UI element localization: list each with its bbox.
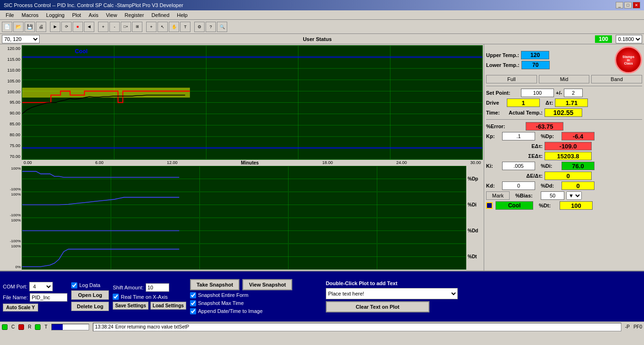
- toolbar-config[interactable]: ⚙: [194, 22, 205, 32]
- maximize-button[interactable]: □: [624, 2, 632, 8]
- chart-dd[interactable]: [22, 218, 466, 244]
- upper-temp-input[interactable]: [521, 51, 549, 59]
- x-axis-labels-top: 0.006.0012.00 Minutes 18.0024.0030.00: [22, 160, 483, 166]
- led-t: [35, 324, 41, 330]
- chart-di[interactable]: [22, 192, 466, 218]
- toolbar-zoom-out[interactable]: -: [109, 22, 120, 32]
- ki-input[interactable]: [502, 162, 535, 170]
- toolbar-zoom-in[interactable]: +: [98, 22, 108, 32]
- kp-input[interactable]: [502, 132, 535, 140]
- toolbar-run[interactable]: ▶: [50, 22, 60, 32]
- cool-indicator: [486, 202, 493, 209]
- auto-scale-button[interactable]: Auto Scale Y: [3, 304, 38, 312]
- interval-select[interactable]: 0.1800: [616, 35, 642, 43]
- minimize-button[interactable]: _: [616, 2, 623, 8]
- lower-temp-input[interactable]: [521, 61, 550, 69]
- set-point-input[interactable]: [521, 89, 554, 97]
- band-button[interactable]: Band: [591, 75, 642, 83]
- toolbar-open[interactable]: 📂: [13, 22, 24, 32]
- take-snapshot-button[interactable]: Take Snapshot: [190, 279, 239, 290]
- toolbar-save[interactable]: 💾: [25, 22, 35, 32]
- svg-text:Cool: Cool: [75, 48, 88, 55]
- close-button[interactable]: ✕: [633, 2, 640, 8]
- menu-macros[interactable]: Macros: [18, 11, 42, 19]
- toolbar-help2[interactable]: ?: [206, 22, 216, 32]
- shift-amount-input[interactable]: [146, 283, 169, 292]
- led-c: [2, 324, 8, 330]
- menu-defined[interactable]: Defined: [148, 11, 173, 19]
- toolbar-cursor[interactable]: ↖: [157, 22, 168, 32]
- full-button[interactable]: Full: [486, 75, 537, 83]
- percent-dd-value: 0: [561, 181, 594, 190]
- chart-dd-row: 100% -100% %Dd: [1, 218, 483, 244]
- chart-di-row: 100% -100% %Di: [1, 192, 483, 218]
- chart-dt-row: 100% 0% %Dt: [1, 244, 483, 270]
- open-log-button[interactable]: Open Log: [71, 290, 109, 300]
- toolbar-back[interactable]: ◀: [84, 22, 94, 32]
- menu-help[interactable]: Help: [173, 11, 191, 19]
- chart-dt[interactable]: [22, 244, 466, 270]
- di-label: %Di: [466, 192, 483, 218]
- led-r: [18, 324, 24, 330]
- delete-log-button[interactable]: Delete Log: [71, 302, 109, 311]
- menu-register[interactable]: Register: [121, 11, 148, 19]
- toolbar-hand[interactable]: ✋: [169, 22, 179, 32]
- dp-svg: [22, 166, 466, 191]
- timestamp: 13:38:24: [95, 324, 114, 329]
- mark-button[interactable]: Mark: [486, 191, 510, 200]
- toolbar: 📄 📂 💾 🖨 ▶ ⟳ ■ ◀ + - □+ ⊞ + ↖ ✋ T ⚙ ? 🔍: [0, 20, 644, 34]
- toolbar-add-h[interactable]: +: [146, 22, 157, 32]
- toolbar-stop[interactable]: ■: [73, 22, 83, 32]
- place-text-dropdown[interactable]: Place text here!: [326, 288, 458, 299]
- percent-di-label: %Di:: [541, 163, 560, 169]
- dp-label: %Dp: [466, 166, 483, 192]
- status-bottom: C R T 13:38:24 Error returning macro val…: [0, 321, 644, 332]
- menu-plot[interactable]: Plot: [68, 11, 85, 19]
- real-time-label: Real Time on X-Axis: [121, 294, 168, 300]
- clear-text-button[interactable]: Clear Text on Plot: [326, 301, 429, 312]
- view-snapshot-button[interactable]: View Snapshot: [242, 279, 292, 290]
- log-data-checkbox[interactable]: [71, 282, 77, 288]
- progress-box: 100: [595, 35, 612, 43]
- e-delta-tau-value: -109.0: [545, 142, 592, 150]
- menu-axis[interactable]: Axis: [85, 11, 102, 19]
- toolbar-step[interactable]: ⟳: [61, 22, 72, 32]
- percent-bias-select[interactable]: ▼: [566, 191, 582, 200]
- save-settings-button[interactable]: Save Settings: [113, 302, 149, 310]
- actual-temp-value: 102.55: [545, 108, 582, 117]
- plus-minus-input[interactable]: [564, 89, 583, 97]
- toolbar-print[interactable]: 🖨: [36, 22, 46, 32]
- kd-input[interactable]: [502, 181, 535, 190]
- flag1: -P: [625, 324, 630, 329]
- toolbar-zoom-box[interactable]: □+: [121, 22, 131, 32]
- status-bar: 70, 120 User Status 100 0.1800: [0, 34, 644, 44]
- toolbar-text[interactable]: T: [180, 22, 190, 32]
- delta-tau-label: Δτ:: [545, 100, 553, 106]
- top-chart-svg: Cool: [22, 46, 482, 159]
- file-name-input[interactable]: [30, 293, 67, 302]
- real-time-checkbox[interactable]: [113, 294, 119, 300]
- toolbar-search[interactable]: 🔍: [217, 22, 227, 32]
- snapshot-entire-checkbox[interactable]: [190, 292, 196, 298]
- stamps-logo: StampsinClass: [615, 46, 642, 74]
- plot-area: 120.00 115.00 110.00 105.00 100.00 95.00…: [0, 44, 484, 271]
- delta-e-delta-tau-label: ΔE/Δτ:: [486, 173, 543, 179]
- com-port-select[interactable]: 4: [29, 282, 53, 291]
- percent-bias-input[interactable]: [541, 191, 564, 200]
- snapshot-max-checkbox[interactable]: [190, 300, 196, 306]
- load-settings-button[interactable]: Load Settings: [150, 302, 186, 310]
- append-date-label: Append Date/Time to Image: [198, 308, 263, 314]
- toolbar-fit[interactable]: ⊞: [132, 22, 142, 32]
- coords-select[interactable]: 70, 120: [2, 35, 40, 43]
- append-date-checkbox[interactable]: [190, 308, 196, 314]
- menu-file[interactable]: File: [2, 11, 18, 19]
- toolbar-new[interactable]: 📄: [2, 22, 12, 32]
- ctrl-section-4: Take Snapshot View Snapshot Snapshot Ent…: [190, 279, 322, 314]
- mid-button[interactable]: Mid: [539, 75, 590, 83]
- delta-e-delta-tau-value: 0: [545, 172, 592, 180]
- menu-view[interactable]: View: [102, 11, 121, 19]
- chart-dp[interactable]: [22, 166, 466, 192]
- top-chart-inner[interactable]: Cool: [22, 45, 483, 160]
- title-bar-buttons[interactable]: _ □ ✕: [616, 2, 640, 8]
- menu-logging[interactable]: Logging: [42, 11, 68, 19]
